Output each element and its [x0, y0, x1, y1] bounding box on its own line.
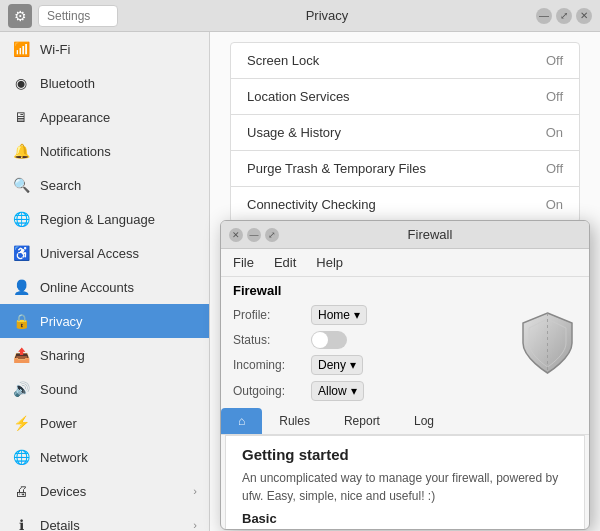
fw-outgoing-arrow: ▾	[351, 384, 357, 398]
fw-profile-dropdown-arrow: ▾	[354, 308, 360, 322]
sidebar-icon-privacy: 🔒	[12, 312, 30, 330]
settings-row-label: Location Services	[247, 89, 350, 104]
sidebar-item-sharing[interactable]: 📤Sharing	[0, 338, 209, 372]
settings-row[interactable]: Usage & HistoryOn	[230, 114, 580, 151]
fw-minimize-button[interactable]: —	[247, 228, 261, 242]
settings-row[interactable]: Location ServicesOff	[230, 78, 580, 115]
fw-tab-rules[interactable]: Rules	[262, 408, 327, 434]
settings-row[interactable]: Purge Trash & Temporary FilesOff	[230, 150, 580, 187]
fw-outgoing-label: Outgoing:	[233, 384, 303, 398]
fw-restore-button[interactable]: ⤢	[265, 228, 279, 242]
sidebar-icon-devices: 🖨	[12, 482, 30, 500]
fw-content-area: Getting started An uncomplicated way to …	[225, 435, 585, 529]
sidebar-label-network: Network	[40, 450, 88, 465]
sidebar-label-privacy: Privacy	[40, 314, 83, 329]
window-controls: — ⤢ ✕	[536, 8, 592, 24]
settings-row-value: On	[546, 125, 563, 140]
sidebar-icon-search: 🔍	[12, 176, 30, 194]
sidebar-arrow-details: ›	[193, 519, 197, 531]
sidebar-item-search[interactable]: 🔍Search	[0, 168, 209, 202]
settings-row-label: Purge Trash & Temporary Files	[247, 161, 426, 176]
fw-toggle-knob	[312, 332, 328, 348]
fw-profile-select[interactable]: Home ▾	[311, 305, 367, 325]
settings-row[interactable]: Connectivity CheckingOn	[230, 186, 580, 223]
fw-close-button[interactable]: ✕	[229, 228, 243, 242]
sidebar-item-wifi[interactable]: 📶Wi-Fi	[0, 32, 209, 66]
fw-outgoing-value: Allow	[318, 384, 347, 398]
settings-row-value: Off	[546, 53, 563, 68]
fw-outgoing-select[interactable]: Allow ▾	[311, 381, 364, 401]
gear-icon: ⚙	[8, 4, 32, 28]
sidebar-icon-region: 🌐	[12, 210, 30, 228]
sidebar-arrow-devices: ›	[193, 485, 197, 497]
sidebar-item-devices[interactable]: 🖨Devices›	[0, 474, 209, 508]
fw-tabs: ⌂ Rules Report Log	[221, 408, 589, 435]
sidebar-label-bluetooth: Bluetooth	[40, 76, 95, 91]
minimize-button[interactable]: —	[536, 8, 552, 24]
fw-tab-home[interactable]: ⌂	[221, 408, 262, 434]
sidebar-item-sound[interactable]: 🔊Sound	[0, 372, 209, 406]
sidebar-item-online[interactable]: 👤Online Accounts	[0, 270, 209, 304]
fw-content-intro: An uncomplicated way to manage your fire…	[242, 469, 568, 505]
fw-status-toggle[interactable]	[311, 331, 347, 349]
sidebar-icon-bluetooth: ◉	[12, 74, 30, 92]
sidebar-item-network[interactable]: 🌐Network	[0, 440, 209, 474]
fw-basic-heading: Basic	[242, 511, 568, 526]
sidebar-label-sound: Sound	[40, 382, 78, 397]
sidebar-icon-details: ℹ	[12, 516, 30, 531]
fw-incoming-arrow: ▾	[350, 358, 356, 372]
sidebar-icon-notifications: 🔔	[12, 142, 30, 160]
settings-row-value: Off	[546, 161, 563, 176]
fw-incoming-select[interactable]: Deny ▾	[311, 355, 363, 375]
fw-status-label: Status:	[233, 333, 303, 347]
fw-menu-file[interactable]: File	[229, 253, 258, 272]
sidebar-label-universal: Universal Access	[40, 246, 139, 261]
sidebar-icon-power: ⚡	[12, 414, 30, 432]
fw-tab-report[interactable]: Report	[327, 408, 397, 434]
sidebar-label-search: Search	[40, 178, 81, 193]
fw-content-heading: Getting started	[242, 446, 568, 463]
settings-row-label: Screen Lock	[247, 53, 319, 68]
close-button[interactable]: ✕	[576, 8, 592, 24]
sidebar-item-privacy[interactable]: 🔒Privacy	[0, 304, 209, 338]
restore-button[interactable]: ⤢	[556, 8, 572, 24]
sidebar-label-power: Power	[40, 416, 77, 431]
sidebar-label-region: Region & Language	[40, 212, 155, 227]
fw-menu-edit[interactable]: Edit	[270, 253, 300, 272]
settings-row-label: Connectivity Checking	[247, 197, 376, 212]
sidebar-item-universal[interactable]: ♿Universal Access	[0, 236, 209, 270]
sidebar-label-appearance: Appearance	[40, 110, 110, 125]
fw-window-title: Firewall	[279, 227, 581, 242]
sidebar-label-online: Online Accounts	[40, 280, 134, 295]
sidebar-icon-wifi: 📶	[12, 40, 30, 58]
sidebar-icon-sharing: 📤	[12, 346, 30, 364]
sidebar-label-details: Details	[40, 518, 80, 532]
search-input[interactable]	[38, 5, 118, 27]
sidebar-item-power[interactable]: ⚡Power	[0, 406, 209, 440]
fw-titlebar: ✕ — ⤢ Firewall	[221, 221, 589, 249]
settings-row-label: Usage & History	[247, 125, 341, 140]
fw-menubar: File Edit Help	[221, 249, 589, 277]
sidebar-item-details[interactable]: ℹDetails›	[0, 508, 209, 531]
sidebar-item-bluetooth[interactable]: ◉Bluetooth	[0, 66, 209, 100]
sidebar: 📶Wi-Fi◉Bluetooth🖥Appearance🔔Notification…	[0, 32, 210, 531]
fw-tab-log[interactable]: Log	[397, 408, 451, 434]
sidebar-label-wifi: Wi-Fi	[40, 42, 70, 57]
sidebar-item-region[interactable]: 🌐Region & Language	[0, 202, 209, 236]
fw-incoming-value: Deny	[318, 358, 346, 372]
shield-icon	[520, 311, 575, 379]
settings-row-value: On	[546, 197, 563, 212]
firewall-window: ✕ — ⤢ Firewall File Edit Help Firewall P…	[220, 220, 590, 530]
sidebar-icon-universal: ♿	[12, 244, 30, 262]
fw-menu-help[interactable]: Help	[312, 253, 347, 272]
sidebar-icon-network: 🌐	[12, 448, 30, 466]
sidebar-label-devices: Devices	[40, 484, 86, 499]
sidebar-icon-sound: 🔊	[12, 380, 30, 398]
sidebar-icon-appearance: 🖥	[12, 108, 30, 126]
sidebar-item-appearance[interactable]: 🖥Appearance	[0, 100, 209, 134]
fw-incoming-label: Incoming:	[233, 358, 303, 372]
sidebar-label-notifications: Notifications	[40, 144, 111, 159]
sidebar-item-notifications[interactable]: 🔔Notifications	[0, 134, 209, 168]
settings-row[interactable]: Screen LockOff	[230, 42, 580, 79]
window-title: Privacy	[118, 8, 536, 23]
